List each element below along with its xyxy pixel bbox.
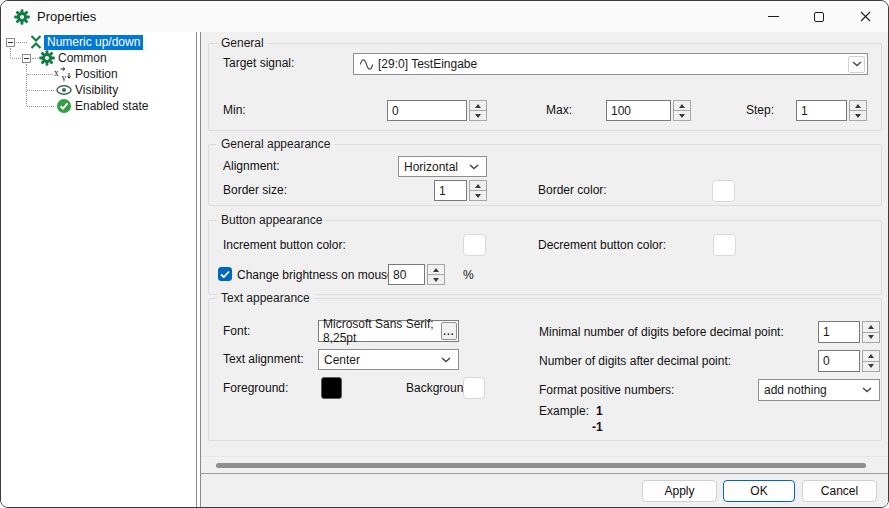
format-positive-combobox[interactable]: add nothing bbox=[758, 379, 880, 401]
group-button-appearance: Button appearance bbox=[208, 220, 882, 295]
spin-up-button[interactable] bbox=[850, 101, 866, 110]
min-spinner[interactable]: 0 bbox=[387, 100, 487, 121]
spin-down-button[interactable] bbox=[470, 190, 486, 200]
step-value[interactable]: 1 bbox=[796, 100, 847, 121]
example-positive-value: 1 bbox=[596, 404, 603, 418]
spin-down-button[interactable] bbox=[863, 332, 879, 343]
spin-up-button[interactable] bbox=[863, 351, 879, 361]
apply-button[interactable]: Apply bbox=[642, 480, 717, 502]
background-color-swatch[interactable] bbox=[463, 377, 485, 399]
max-spinner[interactable]: 100 bbox=[606, 100, 691, 121]
foreground-label: Foreground: bbox=[223, 381, 288, 395]
cancel-button[interactable]: Cancel bbox=[802, 480, 877, 502]
percent-label: % bbox=[463, 268, 474, 282]
tree-item-enabled-state[interactable]: Enabled state bbox=[56, 98, 151, 114]
border-color-swatch[interactable] bbox=[712, 180, 735, 202]
spin-up-button[interactable] bbox=[428, 265, 444, 274]
border-size-spinner[interactable]: 1 bbox=[434, 180, 487, 201]
increment-color-swatch[interactable] bbox=[463, 234, 486, 256]
numeric-updown-icon bbox=[28, 34, 44, 50]
target-signal-combobox[interactable]: [29:0] TestEingabe bbox=[353, 53, 868, 75]
step-spinner[interactable]: 1 bbox=[796, 100, 867, 121]
spin-up-button[interactable] bbox=[470, 101, 486, 110]
spin-down-button[interactable] bbox=[850, 110, 866, 120]
horizontal-scrollbar[interactable] bbox=[201, 461, 888, 470]
tree-connector bbox=[26, 64, 27, 106]
properties-page: General Target signal: [29:0] TestEingab… bbox=[200, 32, 888, 507]
foreground-color-swatch[interactable] bbox=[321, 377, 342, 399]
chevron-down-icon bbox=[862, 387, 872, 393]
close-button[interactable] bbox=[842, 1, 889, 32]
target-signal-value: [29:0] TestEingabe bbox=[378, 57, 477, 71]
increment-color-label: Increment button color: bbox=[223, 238, 346, 252]
maximize-button[interactable] bbox=[796, 1, 842, 32]
max-value[interactable]: 100 bbox=[606, 100, 671, 121]
spin-down-button[interactable] bbox=[428, 274, 444, 284]
close-icon bbox=[860, 11, 871, 22]
group-title: General bbox=[217, 36, 268, 50]
alignment-combobox[interactable]: Horizontal bbox=[398, 156, 487, 177]
tree-item-common[interactable]: Common bbox=[39, 50, 110, 66]
chevron-down-icon bbox=[469, 164, 479, 170]
tree-item-label: Position bbox=[72, 67, 121, 82]
group-title: Button appearance bbox=[217, 213, 326, 227]
digits-after-value[interactable]: 0 bbox=[818, 350, 860, 372]
maximize-icon bbox=[814, 12, 824, 22]
decrement-color-label: Decrement button color: bbox=[538, 238, 666, 252]
digits-before-label: Minimal number of digits before decimal … bbox=[539, 325, 784, 339]
tree-item-position[interactable]: x y Position bbox=[54, 66, 121, 82]
spin-down-button[interactable] bbox=[863, 361, 879, 372]
min-label: Min: bbox=[223, 103, 246, 117]
step-label: Step: bbox=[746, 103, 774, 117]
spin-down-button[interactable] bbox=[674, 110, 690, 120]
mouseover-spinner[interactable]: 80 bbox=[388, 264, 445, 285]
tree-connector bbox=[12, 58, 21, 59]
tree-item-label: Common bbox=[55, 51, 110, 66]
group-title: Text appearance bbox=[217, 291, 314, 305]
svg-text:y: y bbox=[62, 73, 67, 83]
font-label: Font: bbox=[223, 324, 250, 338]
tree-connector bbox=[10, 48, 11, 58]
digits-before-spinner[interactable]: 1 bbox=[818, 321, 880, 343]
sine-wave-icon bbox=[359, 57, 374, 72]
mouseover-value[interactable]: 80 bbox=[388, 264, 425, 285]
group-text-appearance: Text appearance bbox=[208, 298, 882, 441]
window-title: Properties bbox=[37, 1, 96, 32]
digits-after-label: Number of digits after decimal point: bbox=[539, 354, 731, 368]
border-color-label: Border color: bbox=[538, 183, 607, 197]
spin-down-button[interactable] bbox=[470, 110, 486, 120]
spin-up-button[interactable] bbox=[470, 181, 486, 190]
combo-dropdown-button[interactable] bbox=[848, 56, 865, 73]
tree-item-visibility[interactable]: Visibility bbox=[56, 82, 121, 98]
gear-icon bbox=[14, 9, 30, 25]
tree-connector bbox=[32, 58, 38, 59]
digits-before-value[interactable]: 1 bbox=[818, 321, 860, 343]
ok-button[interactable]: OK bbox=[723, 480, 795, 502]
check-circle-icon bbox=[56, 98, 72, 114]
spin-up-button[interactable] bbox=[674, 101, 690, 110]
scrollbar-thumb[interactable] bbox=[216, 463, 866, 468]
mouseover-checkbox[interactable] bbox=[218, 267, 232, 281]
decrement-color-swatch[interactable] bbox=[713, 234, 736, 256]
tree-item-label: Enabled state bbox=[72, 99, 151, 114]
tree-expander-root[interactable] bbox=[6, 38, 15, 47]
tree-expander-common[interactable] bbox=[22, 54, 31, 63]
spin-up-button[interactable] bbox=[863, 322, 879, 332]
content-bottom-edge bbox=[201, 456, 888, 457]
text-alignment-label: Text alignment: bbox=[223, 352, 304, 366]
tree-item-numeric-updown[interactable]: Numeric up/down bbox=[28, 34, 143, 50]
font-browse-button[interactable]: ... bbox=[441, 322, 457, 340]
eye-icon bbox=[56, 82, 72, 98]
check-icon bbox=[220, 270, 230, 279]
format-positive-label: Format positive numbers: bbox=[539, 383, 674, 397]
tree-connector bbox=[27, 74, 53, 75]
minimize-button[interactable] bbox=[750, 1, 796, 32]
font-field[interactable]: Microsoft Sans Serif; 8,25pt ... bbox=[318, 320, 459, 342]
text-alignment-combobox[interactable]: Center bbox=[318, 349, 459, 370]
digits-after-spinner[interactable]: 0 bbox=[818, 350, 880, 372]
titlebar[interactable]: Properties bbox=[1, 1, 888, 32]
dialog-footer: Apply OK Cancel bbox=[201, 473, 888, 507]
tree-item-label: Numeric up/down bbox=[44, 35, 143, 50]
min-value[interactable]: 0 bbox=[387, 100, 467, 121]
border-size-value[interactable]: 1 bbox=[434, 180, 467, 201]
